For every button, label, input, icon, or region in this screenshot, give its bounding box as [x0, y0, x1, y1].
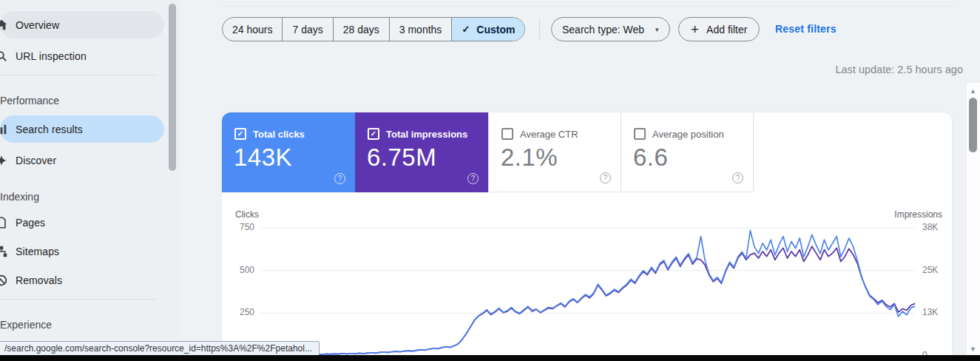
metric-card-average-position[interactable]: Average position6.6? [621, 112, 754, 192]
help-icon[interactable]: ? [467, 173, 479, 184]
sidebar-item-label: Pages [16, 217, 45, 229]
date-chip-custom[interactable]: ✓Custom [452, 18, 524, 41]
metric-card-label: Total clicks [253, 129, 305, 140]
date-chip-label: 3 months [399, 24, 442, 36]
date-chip-label: 24 hours [232, 24, 272, 36]
bottom-window-edge [0, 355, 980, 361]
checkbox-total-impressions[interactable]: ✓ [368, 128, 379, 140]
metric-card-total-impressions[interactable]: ✓Total impressions6.75M? [355, 112, 488, 192]
sitemap-icon [0, 245, 8, 258]
help-icon[interactable]: ? [334, 173, 345, 184]
date-chip-7-days[interactable]: 7 days [283, 18, 333, 41]
checkbox-average-position[interactable] [634, 128, 646, 140]
metric-cards-row: ✓Total clicks143K?✓Total impressions6.75… [222, 112, 754, 192]
left-axis-tick: 500 [223, 265, 254, 275]
page-scrollbar-thumb[interactable] [969, 98, 977, 152]
metric-card-label: Total impressions [386, 129, 467, 140]
date-chip-label: Custom [476, 24, 515, 36]
metric-card-average-ctr[interactable]: Average CTR2.1%? [488, 112, 621, 192]
sidebar-divider [0, 75, 158, 75]
search-type-label: Search type: Web [562, 24, 644, 36]
metric-card-header: Average position [634, 128, 724, 140]
removal-icon [0, 274, 8, 287]
performance-line-chart [222, 209, 952, 360]
sidebar-item-overview[interactable]: Overview [0, 11, 164, 38]
sidebar-item-label: Overview [16, 19, 59, 31]
status-url-tooltip: /search.google.com/search-console?resour… [0, 341, 320, 357]
add-filter-button[interactable]: + Add filter [678, 17, 760, 41]
metric-card-value: 6.75M [367, 144, 436, 172]
right-axis-tick: 25K [922, 265, 938, 275]
metric-card-header: ✓Total impressions [368, 128, 467, 140]
series-line-total-impressions [260, 246, 915, 355]
performance-panel: ✓Total clicks143K?✓Total impressions6.75… [222, 112, 952, 361]
date-chip-label: 28 days [343, 24, 379, 36]
reset-filters-link[interactable]: Reset filters [775, 23, 837, 35]
page-icon [0, 216, 8, 229]
sidebar-item-label: Search results [16, 124, 83, 135]
sidebar-nav-list: OverviewURL inspectionPerformanceSearch … [0, 11, 164, 361]
sidebar-scrollbar-thumb[interactable] [169, 4, 176, 171]
plus-icon: + [691, 21, 699, 38]
scrollbar-down-arrow-icon[interactable]: ▼ [970, 345, 976, 353]
sidebar-section-experience: Experience [0, 319, 164, 331]
sidebar-item-label: Sitemaps [16, 246, 59, 257]
metric-card-label: Average CTR [520, 129, 578, 140]
right-axis-tick: 38K [922, 222, 938, 232]
toolbar-divider [539, 18, 540, 40]
metric-card-header: ✓Total clicks [234, 128, 305, 140]
chevron-down-icon: ▾ [655, 26, 659, 33]
sidebar-item-pages[interactable]: Pages [0, 212, 164, 234]
sidebar-item-label: URL inspection [16, 50, 87, 62]
sidebar-section-performance: Performance [0, 95, 164, 107]
home-icon [0, 18, 8, 32]
sidebar-item-removals[interactable]: Removals [0, 269, 164, 291]
metric-card-total-clicks[interactable]: ✓Total clicks143K? [222, 112, 355, 192]
magnifier-icon [0, 50, 8, 63]
checkbox-total-clicks[interactable]: ✓ [234, 128, 246, 140]
content-top-divider [222, 6, 953, 7]
search-type-dropdown[interactable]: Search type: Web ▾ [551, 17, 670, 41]
scrollbar-up-arrow-icon[interactable]: ▲ [970, 87, 976, 95]
metric-card-header: Average CTR [501, 128, 578, 140]
checkbox-average-ctr[interactable] [501, 128, 513, 140]
sidebar-item-discover[interactable]: Discover [0, 149, 164, 172]
metric-card-value: 2.1% [501, 144, 558, 172]
performance-chart-icon [0, 123, 8, 136]
sidebar-section-indexing: Indexing [0, 191, 164, 203]
date-chip-label: 7 days [292, 24, 322, 36]
check-icon: ✓ [462, 24, 470, 35]
add-filter-label: Add filter [706, 24, 747, 36]
series-line-total-clicks [260, 231, 915, 356]
search-console-app: OverviewURL inspectionPerformanceSearch … [0, 0, 980, 361]
date-range-chip-group: 24 hours7 days28 days3 months✓Custom [222, 17, 525, 41]
help-icon[interactable]: ? [600, 172, 611, 183]
last-update-text: Last update: 2.5 hours ago [740, 64, 963, 75]
left-axis-tick: 250 [223, 307, 254, 317]
sidebar-item-sitemaps[interactable]: Sitemaps [0, 240, 164, 263]
sidebar-item-label: Discover [16, 155, 56, 166]
checkmark-icon: ✓ [371, 130, 376, 138]
sidebar: OverviewURL inspectionPerformanceSearch … [0, 0, 181, 361]
sidebar-divider [0, 299, 158, 300]
discover-sparkle-icon [0, 154, 8, 167]
sidebar-item-label: Removals [16, 274, 62, 286]
date-chip-28-days[interactable]: 28 days [334, 18, 390, 41]
sidebar-item-search-results[interactable]: Search results [0, 115, 164, 143]
metric-card-label: Average position [652, 129, 724, 140]
sidebar-item-url-inspection[interactable]: URL inspection [0, 45, 164, 67]
help-icon[interactable]: ? [732, 172, 743, 183]
metric-card-value: 143K [234, 144, 292, 172]
date-chip-24-hours[interactable]: 24 hours [223, 18, 283, 41]
checkmark-icon: ✓ [237, 130, 243, 138]
right-axis-tick: 13K [922, 307, 938, 317]
date-chip-3-months[interactable]: 3 months [390, 18, 453, 41]
left-axis-tick: 750 [223, 222, 254, 232]
metric-card-value: 6.6 [633, 144, 668, 172]
